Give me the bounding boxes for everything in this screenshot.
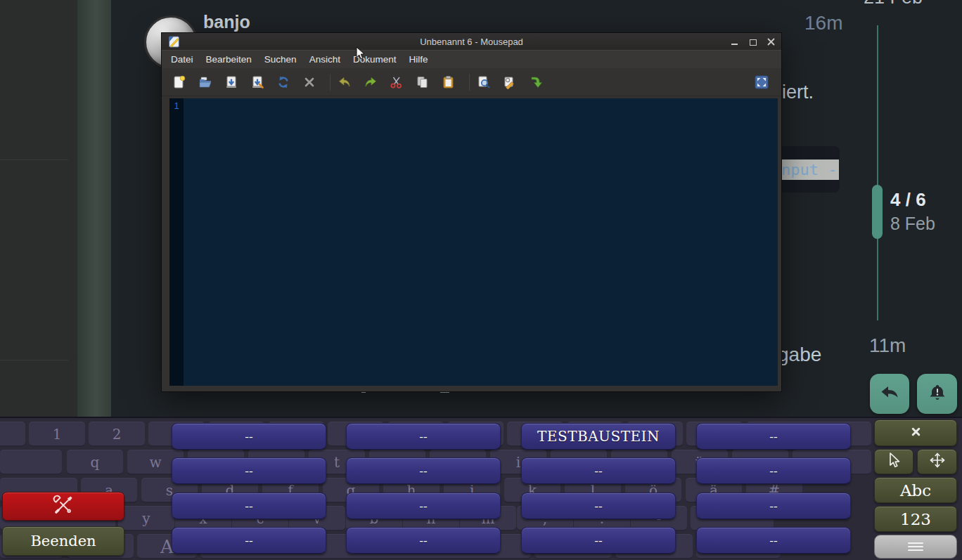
move-icon [928, 451, 947, 472]
keyboard-key-1[interactable]: 1 [29, 422, 85, 447]
menu-hilfe[interactable]: Hilfe [402, 52, 434, 67]
edit-cut-icon[interactable] [390, 75, 404, 89]
edit-paste-icon[interactable] [442, 75, 456, 89]
snippet-button[interactable]: -- [346, 457, 501, 484]
clipped-message-text: gabe [778, 344, 821, 366]
sidebar-divider [0, 159, 68, 160]
tools-icon [53, 495, 74, 519]
keyboard-key-q[interactable]: q [67, 450, 123, 475]
timeline-scrollbar-thumb[interactable] [872, 185, 883, 239]
hamburger-icon [908, 542, 923, 551]
timeline-track [877, 25, 878, 320]
edit-undo-icon[interactable] [338, 75, 352, 89]
edit-find-icon[interactable] [477, 75, 491, 89]
snippet-button[interactable]: -- [346, 527, 501, 554]
mousepad-window: Unbenannt 6 - Mousepad Datei Bearbeiten … [162, 33, 781, 391]
keyboard-key[interactable] [0, 422, 25, 447]
keyboard-key-2[interactable]: 2 [89, 422, 145, 447]
close-icon [910, 426, 922, 441]
document-save-as-icon[interactable] [250, 75, 264, 89]
text-area[interactable] [184, 98, 778, 386]
line-number-gutter: 1 [169, 98, 184, 386]
preferences-button[interactable] [2, 492, 124, 521]
snippet-button[interactable]: -- [172, 457, 326, 484]
mute-notifications-button[interactable] [917, 374, 957, 414]
snippet-button[interactable]: -- [521, 493, 676, 519]
snippet-button[interactable]: -- [172, 423, 326, 450]
snippet-button[interactable]: -- [521, 457, 676, 484]
snippet-button[interactable]: -- [696, 527, 851, 554]
edit-copy-icon[interactable] [416, 75, 430, 89]
selected-code-text: nput - e [781, 159, 839, 180]
snippet-button[interactable]: -- [521, 527, 676, 554]
message-timestamp: 16m [804, 12, 842, 34]
menu-dokument[interactable]: Dokument [347, 52, 403, 67]
toolbar [162, 68, 781, 96]
menu-ansicht[interactable]: Ansicht [303, 52, 347, 67]
numbers-layer-button[interactable]: 123 [874, 506, 957, 532]
snippet-button[interactable]: -- [346, 423, 501, 450]
sidebar-divider [0, 360, 68, 360]
snippet-button[interactable]: -- [172, 527, 326, 554]
message-timestamp: 11m [869, 334, 906, 357]
snippet-button[interactable]: -- [696, 423, 851, 450]
snippet-button[interactable]: -- [696, 493, 851, 519]
keyboard-key-y[interactable]: y [118, 506, 174, 531]
view-fullscreen-icon[interactable] [755, 75, 769, 89]
exit-button[interactable]: Beenden [2, 526, 124, 556]
window-title: Unbenannt 6 - Mousepad [162, 37, 781, 47]
keyboard-menu-button[interactable] [874, 535, 957, 559]
snippet-button-testbaustein[interactable]: TESTBAUSTEIN [521, 423, 676, 450]
menu-suchen[interactable]: Suchen [258, 52, 303, 67]
clipped-message-text: iert. [782, 82, 814, 103]
menu-bearbeiten[interactable]: Bearbeiten [200, 52, 258, 67]
snippet-button[interactable]: -- [346, 493, 501, 519]
minimize-button[interactable] [730, 37, 739, 46]
snippet-button[interactable]: -- [696, 457, 851, 484]
reply-icon [878, 381, 902, 408]
menu-bar: Datei Bearbeiten Suchen Ansicht Dokument… [162, 50, 781, 68]
toolbar-separator [469, 74, 470, 91]
date-header: 21 Feb [864, 0, 923, 8]
mouse-cursor [356, 46, 366, 63]
document-open-icon[interactable] [198, 75, 212, 89]
document-save-icon[interactable] [224, 75, 238, 89]
view-refresh-icon[interactable] [276, 75, 290, 89]
tab-close-icon[interactable] [302, 75, 316, 89]
menu-datei[interactable]: Datei [165, 52, 200, 67]
hide-keyboard-button[interactable] [874, 419, 957, 446]
maximize-button[interactable] [748, 37, 757, 46]
title-bar[interactable]: Unbenannt 6 - Mousepad [162, 33, 781, 50]
snippet-button[interactable]: -- [172, 493, 326, 519]
keyboard-key[interactable] [0, 450, 62, 475]
contact-name: banjo [203, 12, 250, 32]
edit-redo-icon[interactable] [364, 75, 378, 89]
chat-sidebar[interactable] [0, 0, 77, 417]
move-keyboard-button[interactable] [917, 449, 957, 474]
abc-layer-button[interactable]: Abc [874, 477, 957, 503]
chat-accent-strip [77, 0, 111, 417]
reply-button[interactable] [870, 374, 909, 414]
pointer-icon [885, 451, 903, 472]
edit-find-replace-icon[interactable] [503, 75, 517, 89]
line-number: 1 [174, 100, 179, 111]
scroll-position: 4 / 6 [890, 189, 926, 211]
close-button[interactable] [767, 37, 776, 46]
click-mode-button[interactable] [874, 449, 913, 474]
toolbar-separator [330, 74, 331, 91]
desktop: banjo 16m 21 Feb 4 / 6 8 Feb iert. nput … [0, 0, 962, 560]
editor-area[interactable]: 1 [169, 98, 778, 386]
bell-alert-icon [925, 381, 949, 408]
document-new-icon[interactable] [172, 75, 186, 89]
scroll-date: 8 Feb [890, 214, 935, 234]
go-jump-icon[interactable] [529, 75, 543, 89]
